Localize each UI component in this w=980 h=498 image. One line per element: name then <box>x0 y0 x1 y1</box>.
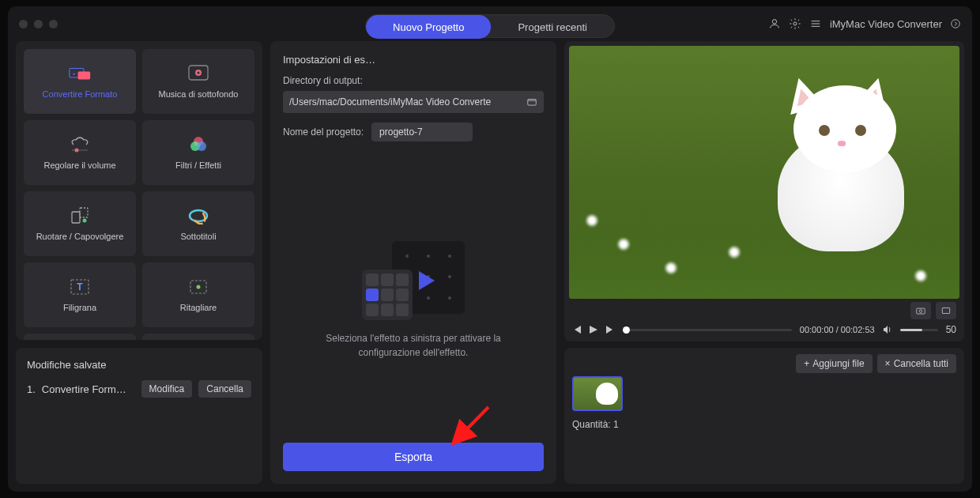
close-icon: × <box>885 358 891 369</box>
app-title: iMyMac Video Converter <box>830 18 942 30</box>
volume-value: 50 <box>946 324 956 335</box>
svg-point-15 <box>197 141 206 151</box>
add-file-button[interactable]: +Aggiungi file <box>796 354 872 373</box>
saved-edit-name: Convertire Form… <box>42 383 135 395</box>
filters-icon <box>187 135 209 154</box>
file-list-panel: +Aggiungi file ×Cancella tutti Quantità:… <box>564 348 964 484</box>
file-thumbnail[interactable] <box>572 376 623 411</box>
close-window-icon[interactable] <box>19 20 28 28</box>
tool-label: Regolare il volume <box>43 160 115 170</box>
output-directory-field[interactable]: /Users/mac/Documents/iMyMac Video Conver… <box>283 91 544 113</box>
effect-hint-text: Seleziona l'effetto a sinistra per attiv… <box>311 331 516 360</box>
tool-rotate-flip[interactable]: Ruotare / Capovolgere <box>24 191 136 256</box>
saved-edits-panel: Modifiche salvate 1. Convertire Form… Mo… <box>16 348 262 484</box>
minimize-window-icon[interactable] <box>34 20 43 28</box>
snapshot-icon[interactable] <box>910 302 931 319</box>
titlebar: Nuovo Progetto Progetti recenti iMyMac V… <box>8 6 972 41</box>
project-name-input[interactable] <box>371 123 473 141</box>
svg-rect-28 <box>942 308 949 314</box>
saved-edit-row: 1. Convertire Form… Modifica Cancella <box>27 380 251 398</box>
saved-edit-number: 1. <box>27 383 36 395</box>
progress-slider[interactable] <box>623 329 792 331</box>
svg-text:T: T <box>77 281 83 292</box>
output-directory-path: /Users/mac/Documents/iMyMac Video Conver… <box>289 96 526 108</box>
tab-recent-projects[interactable]: Progetti recenti <box>491 15 613 39</box>
tool-label: Filtri / Effetti <box>175 160 221 170</box>
play-icon[interactable] <box>590 326 597 334</box>
fullscreen-icon[interactable] <box>936 302 956 319</box>
tool-background-music[interactable]: Musica di sottofondo <box>142 49 254 114</box>
tool-label: Filigrana <box>63 303 96 312</box>
quantity-display: Quantità: 1 <box>572 419 956 430</box>
time-display: 00:00:00 / 00:02:53 <box>800 325 875 334</box>
account-icon[interactable] <box>768 17 781 30</box>
project-tabs: Nuovo Progetto Progetti recenti <box>365 14 615 38</box>
delete-button[interactable]: Cancella <box>198 380 251 398</box>
tool-label: Ritagliare <box>180 303 217 312</box>
svg-point-1 <box>793 22 797 25</box>
tool-label: Sottotitoli <box>180 232 216 241</box>
next-frame-icon[interactable] <box>605 326 615 334</box>
svg-point-18 <box>83 219 87 223</box>
folder-browse-icon[interactable] <box>526 96 537 108</box>
tool-subtitles[interactable]: Sottotitoli <box>142 191 254 256</box>
menu-icon[interactable] <box>809 17 822 30</box>
app-window: Nuovo Progetto Progetti recenti iMyMac V… <box>8 6 972 492</box>
music-icon <box>187 64 209 83</box>
volume-icon[interactable] <box>883 325 892 334</box>
gear-icon[interactable] <box>789 17 801 30</box>
svg-rect-16 <box>72 212 80 223</box>
tool-convert-format[interactable]: Convertire Formato <box>24 49 136 114</box>
player-controls: 00:00:00 / 00:02:53 50 <box>569 319 959 337</box>
svg-rect-26 <box>917 308 925 314</box>
tool-watermark[interactable]: T Filigrana <box>24 262 136 327</box>
tool-label: Ruotare / Capovolgere <box>36 232 124 241</box>
rotate-icon <box>69 206 91 225</box>
svg-rect-7 <box>78 72 91 80</box>
export-settings-panel: Impostazioni di es… Directory di output:… <box>270 41 556 484</box>
tool-adjust-volume[interactable]: Regolare il volume <box>24 120 136 185</box>
project-name-label: Nome del progetto: <box>283 126 364 138</box>
maximize-window-icon[interactable] <box>49 20 58 28</box>
edit-button[interactable]: Modifica <box>141 380 193 398</box>
tool-label: Musica di sottofondo <box>159 89 239 99</box>
svg-point-0 <box>772 20 776 24</box>
tool-crop[interactable]: Ritagliare <box>142 262 254 327</box>
delete-all-button[interactable]: ×Cancella tutti <box>877 354 956 373</box>
svg-point-24 <box>197 285 201 289</box>
export-settings-title: Impostazioni di es… <box>283 54 544 66</box>
svg-point-10 <box>198 72 200 74</box>
tool-label: Convertire Formato <box>43 89 118 99</box>
svg-rect-17 <box>80 208 88 217</box>
annotation-arrow-icon <box>441 403 496 447</box>
video-preview[interactable] <box>569 46 959 299</box>
output-directory-label: Directory di output: <box>283 75 544 86</box>
svg-point-5 <box>952 20 960 28</box>
saved-edits-title: Modifiche salvate <box>27 359 251 371</box>
export-button[interactable]: Esporta <box>283 443 544 471</box>
tool-panel: Convertire Formato Musica di sottofondo … <box>16 41 262 340</box>
tool-hidden-row[interactable] <box>24 334 136 340</box>
subtitles-icon <box>187 206 209 225</box>
tab-new-project[interactable]: Nuovo Progetto <box>366 15 491 39</box>
prev-frame-icon[interactable] <box>572 326 582 334</box>
svg-rect-25 <box>528 100 537 106</box>
plus-icon: + <box>804 358 809 369</box>
svg-point-27 <box>919 310 922 313</box>
svg-point-12 <box>75 149 79 153</box>
crop-icon <box>187 277 209 296</box>
convert-icon <box>69 64 91 83</box>
volume-slider[interactable] <box>900 329 938 331</box>
volume-icon <box>69 135 91 154</box>
effect-placeholder-icon <box>362 241 465 320</box>
tool-hidden-row[interactable] <box>142 334 254 340</box>
window-controls <box>19 20 58 28</box>
preview-panel: 00:00:00 / 00:02:53 50 <box>564 41 964 341</box>
tool-filters-effects[interactable]: Filtri / Effetti <box>142 120 254 185</box>
watermark-icon: T <box>69 277 91 296</box>
chevron-right-icon[interactable] <box>950 18 961 29</box>
